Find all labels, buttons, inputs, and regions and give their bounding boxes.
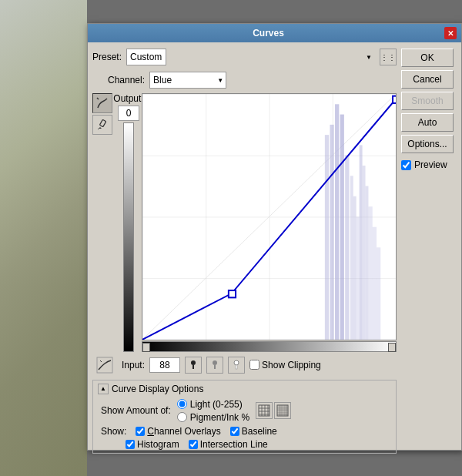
baseline-label: Baseline [242, 426, 277, 437]
preset-select[interactable]: Custom [126, 49, 166, 65]
preset-label: Preset: [92, 52, 122, 62]
black-point-eyedropper[interactable] [185, 357, 202, 374]
svg-rect-26 [192, 365, 194, 369]
light-radio[interactable] [177, 399, 187, 409]
output-area: Output: 0 [117, 93, 140, 352]
svg-rect-19 [373, 227, 377, 340]
bottom-gradient-bar [142, 341, 397, 352]
preview-label: Preview [414, 159, 447, 170]
input-value[interactable]: 88 [149, 357, 180, 373]
channel-label: Channel: [108, 75, 145, 85]
show-row-1: Show: Channel Overlays Baseline [98, 426, 391, 437]
detailed-grid-button[interactable] [274, 402, 291, 419]
preview-row: Preview [401, 159, 457, 170]
show-row-2: Histogram Intersection Line [98, 439, 391, 450]
intersection-checkbox[interactable] [189, 440, 198, 449]
curve-tool-button[interactable] [92, 93, 112, 113]
svg-rect-23 [97, 357, 112, 373]
ok-button[interactable]: OK [401, 49, 454, 67]
baseline-checkbox-item: Baseline [230, 426, 277, 437]
curve-canvas-area: Output: 0 [117, 93, 397, 352]
dialog-content: Preset: Custom ⋮⋮ Channel: RGB Red [88, 42, 461, 450]
curve-tools [92, 93, 114, 352]
svg-rect-1 [99, 119, 105, 126]
svg-line-0 [97, 98, 99, 99]
curve-section: Output: 0 [92, 93, 397, 352]
curve-graph-wrapper [142, 93, 397, 352]
histogram-checkbox-item: Histogram [126, 439, 179, 450]
input-label: Input: [122, 360, 145, 370]
curve-display-title: ▲ Curve Display Options [98, 384, 391, 394]
show-clipping-checkbox[interactable] [249, 360, 259, 370]
pigment-label: Pigment/Ink % [190, 412, 249, 423]
svg-rect-8 [330, 125, 333, 340]
preset-select-wrapper: Custom [126, 49, 375, 65]
svg-rect-18 [368, 206, 372, 340]
histogram-checkbox[interactable] [126, 440, 135, 449]
curve-display-section: ▲ Curve Display Options Show Amount of: … [92, 380, 397, 454]
preset-menu-button[interactable]: ⋮⋮ [380, 49, 397, 65]
pigment-radio[interactable] [177, 412, 187, 422]
baseline-checkbox[interactable] [230, 427, 239, 436]
gradient-handle-left[interactable] [142, 343, 150, 352]
white-point-eyedropper[interactable] [228, 357, 245, 374]
histogram-label: Histogram [137, 439, 179, 450]
svg-rect-21 [229, 290, 236, 297]
svg-rect-38 [277, 405, 288, 416]
show-label: Show: [101, 426, 126, 437]
gradient-handle-right[interactable] [388, 343, 396, 352]
svg-rect-15 [360, 145, 363, 339]
channel-row: Channel: RGB Red Green Blue [92, 70, 397, 90]
channel-overlays-checkbox[interactable] [136, 427, 145, 436]
right-panel: OK Cancel Smooth Auto Options... Preview [401, 47, 457, 445]
svg-rect-7 [325, 135, 329, 340]
smooth-curve-icon [96, 357, 113, 374]
title-bar: Curves ✕ [88, 24, 461, 42]
light-radio-item: Light (0-255) [177, 399, 249, 410]
grid-buttons [256, 402, 291, 419]
svg-line-3 [98, 129, 99, 129]
intersection-checkbox-item: Intersection Line [189, 439, 268, 450]
svg-rect-20 [377, 247, 380, 340]
dialog-title: Curves [92, 28, 444, 39]
smooth-button[interactable]: Smooth [401, 92, 454, 110]
show-amount-row: Show Amount of: Light (0-255) Pigment/In… [98, 399, 391, 423]
output-label: Output: [113, 93, 143, 104]
curves-dialog: Curves ✕ Preset: Custom ⋮⋮ Channel: [87, 23, 462, 451]
pencil-tool-button[interactable] [92, 115, 112, 135]
channel-select[interactable]: RGB Red Green Blue [149, 72, 226, 89]
close-button[interactable]: ✕ [444, 27, 457, 39]
preset-row: Preset: Custom ⋮⋮ [92, 47, 397, 67]
svg-rect-14 [357, 216, 360, 339]
output-gradient [123, 122, 134, 352]
svg-rect-16 [363, 166, 366, 340]
show-amount-label: Show Amount of: [101, 405, 171, 416]
collapse-button[interactable]: ▲ [98, 384, 109, 394]
intersection-label: Intersection Line [200, 439, 268, 450]
preview-checkbox[interactable] [401, 160, 411, 170]
channel-overlays-checkbox-item: Channel Overlays [136, 426, 220, 437]
input-row: Input: 88 [92, 355, 397, 375]
options-button[interactable]: Options... [401, 135, 454, 153]
svg-rect-10 [340, 115, 344, 340]
gray-point-eyedropper[interactable] [206, 357, 223, 374]
svg-rect-11 [345, 156, 349, 340]
simple-grid-button[interactable] [256, 402, 273, 419]
svg-point-25 [191, 360, 196, 365]
svg-rect-17 [366, 186, 369, 340]
radio-group: Light (0-255) Pigment/Ink % [177, 399, 249, 423]
svg-point-27 [213, 360, 217, 365]
channel-select-wrapper: RGB Red Green Blue [149, 72, 226, 89]
curve-graph[interactable] [142, 93, 397, 340]
svg-point-29 [234, 360, 239, 365]
auto-button[interactable]: Auto [401, 113, 454, 132]
light-label: Light (0-255) [190, 399, 243, 410]
svg-marker-2 [99, 127, 102, 129]
cancel-button[interactable]: Cancel [401, 70, 454, 89]
svg-rect-12 [350, 176, 353, 340]
svg-rect-13 [353, 196, 357, 340]
svg-rect-22 [393, 96, 396, 103]
svg-rect-9 [335, 104, 339, 340]
svg-rect-28 [214, 365, 216, 369]
pigment-radio-item: Pigment/Ink % [177, 412, 249, 423]
